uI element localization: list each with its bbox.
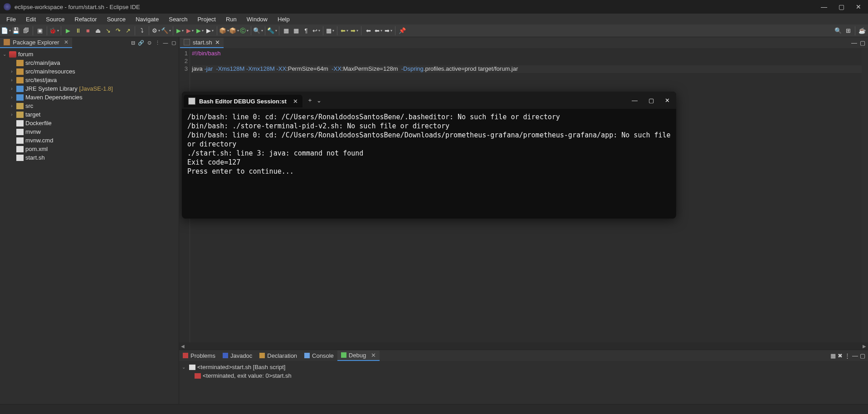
- back-icon[interactable]: ⬅: [374, 27, 382, 35]
- last-edit-location-icon[interactable]: ⬅: [364, 27, 372, 35]
- resume-icon[interactable]: ▶: [64, 27, 72, 35]
- tab-console[interactable]: Console: [301, 351, 337, 360]
- new-java-package-icon[interactable]: 📦: [230, 27, 238, 35]
- menu-refactor[interactable]: Refactor: [70, 15, 102, 24]
- tree-item[interactable]: src/main/java: [0, 58, 179, 67]
- tree-item[interactable]: ›src/test/java: [0, 76, 179, 84]
- remove-terminated-icon[interactable]: ▦: [830, 352, 836, 359]
- build-icon[interactable]: 🔨: [162, 27, 170, 35]
- toggle-mark-occurrences-icon[interactable]: ▦: [282, 27, 290, 35]
- code-editor[interactable]: 123 #!/bin/bash java -jar -Xms128M -Xmx1…: [179, 48, 868, 342]
- close-debug-tab-icon[interactable]: ✕: [371, 352, 376, 359]
- close-tab-icon[interactable]: ✕: [215, 39, 220, 46]
- menu-source2[interactable]: Source: [102, 15, 130, 24]
- stop-icon[interactable]: ■: [84, 27, 92, 35]
- project-tree[interactable]: ⌄ forum src/main/java›src/main/resources…: [0, 48, 179, 404]
- terminal-maximize-icon[interactable]: ▢: [649, 97, 654, 104]
- drop-to-frame-icon[interactable]: ⤵: [138, 27, 146, 35]
- run-last-icon[interactable]: ▶: [186, 27, 194, 35]
- maximize-button[interactable]: ▢: [838, 4, 844, 10]
- use-step-filters-icon[interactable]: ⚙: [152, 27, 160, 35]
- tree-item[interactable]: mvnw.cmd: [0, 136, 179, 145]
- horizontal-scrollbar[interactable]: ◀▶: [179, 342, 868, 350]
- editor-minimize-icon[interactable]: —: [851, 39, 857, 46]
- terminal-output[interactable]: /bin/bash: line 0: cd: /C/Users/Ronaldod…: [182, 109, 676, 219]
- tree-project[interactable]: ⌄ forum: [0, 50, 179, 58]
- annotation-next-icon[interactable]: ▦: [326, 27, 334, 35]
- link-with-editor-icon[interactable]: 🔗: [138, 39, 144, 46]
- menu-help[interactable]: Help: [273, 15, 294, 24]
- tree-item[interactable]: pom.xml: [0, 145, 179, 153]
- close-view-icon[interactable]: ✕: [64, 39, 68, 45]
- collapse-all-icon[interactable]: ⊟: [130, 39, 136, 46]
- tab-debug[interactable]: Debug✕: [337, 351, 380, 361]
- tab-declaration[interactable]: Declaration: [256, 351, 301, 360]
- menu-run[interactable]: Run: [221, 15, 241, 24]
- bp-maximize-icon[interactable]: ▢: [860, 352, 865, 359]
- debug-process-row[interactable]: <terminated, exit value: 0>start.sh: [182, 371, 865, 380]
- menu-search[interactable]: Search: [164, 15, 192, 24]
- debug-icon[interactable]: 🐞: [50, 27, 58, 35]
- bp-view-menu-icon[interactable]: ⋮: [844, 352, 850, 359]
- menu-file[interactable]: File: [2, 15, 20, 24]
- focus-active-task-icon[interactable]: ⊙: [146, 39, 152, 46]
- tab-javadoc[interactable]: Javadoc: [219, 351, 256, 360]
- terminal-close-tab-icon[interactable]: ✕: [293, 98, 298, 105]
- terminal-minimize-icon[interactable]: —: [632, 97, 638, 104]
- run-external-icon[interactable]: ▶: [206, 27, 214, 35]
- save-all-icon[interactable]: 🗐: [22, 27, 30, 35]
- tab-problems[interactable]: Problems: [179, 351, 219, 360]
- debug-launch-row[interactable]: ⌄ <terminated>start.sh [Bash script]: [182, 363, 865, 371]
- run-icon[interactable]: ▶: [176, 27, 184, 35]
- tree-item[interactable]: mvnw: [0, 127, 179, 136]
- step-over-icon[interactable]: ↷: [114, 27, 122, 35]
- terminal-icon[interactable]: ▣: [36, 27, 44, 35]
- menu-edit[interactable]: Edit: [21, 15, 40, 24]
- toggle-block-selection-icon[interactable]: ▦: [292, 27, 300, 35]
- remove-all-terminated-icon[interactable]: ✖: [838, 352, 843, 359]
- editor-tab-start-sh[interactable]: start.sh ✕: [180, 38, 224, 48]
- pause-icon[interactable]: ⏸: [74, 27, 82, 35]
- tree-item[interactable]: ›src: [0, 102, 179, 110]
- pin-editor-icon[interactable]: 📌: [398, 27, 406, 35]
- menu-project[interactable]: Project: [193, 15, 220, 24]
- menu-source[interactable]: Source: [41, 15, 69, 24]
- open-perspective-icon[interactable]: ⊞: [844, 27, 852, 35]
- minimize-view-icon[interactable]: —: [162, 39, 169, 46]
- bp-minimize-icon[interactable]: —: [852, 352, 858, 359]
- menu-navigate[interactable]: Navigate: [131, 15, 163, 24]
- search-icon[interactable]: 🔦: [268, 27, 276, 35]
- package-explorer-tab[interactable]: Package Explorer ✕: [0, 38, 72, 48]
- tree-item[interactable]: Dockerfile: [0, 119, 179, 127]
- tree-item[interactable]: ›JRE System Library [JavaSE-1.8]: [0, 84, 179, 93]
- forward-icon[interactable]: ➡: [384, 27, 392, 35]
- quick-access-icon[interactable]: 🔍: [834, 27, 842, 35]
- toggle-word-wrap-icon[interactable]: ↩: [312, 27, 320, 35]
- tree-item[interactable]: ›Maven Dependencies: [0, 93, 179, 102]
- editor-maximize-icon[interactable]: ▢: [860, 39, 865, 46]
- prev-annotation-icon[interactable]: ⬅: [340, 27, 348, 35]
- new-icon[interactable]: 📄: [2, 27, 10, 35]
- terminal-dropdown-icon[interactable]: ⌄: [317, 97, 322, 104]
- maximize-view-icon[interactable]: ▢: [171, 39, 177, 46]
- terminal-close-icon[interactable]: ✕: [665, 97, 670, 104]
- tree-item[interactable]: start.sh: [0, 153, 179, 162]
- step-return-icon[interactable]: ↗: [124, 27, 132, 35]
- open-type-icon[interactable]: 🔍: [254, 27, 262, 35]
- step-into-icon[interactable]: ↘: [104, 27, 112, 35]
- terminal-tab[interactable]: Bash Editor DEBUG Session:st ✕: [184, 95, 302, 107]
- view-menu-icon[interactable]: ⋮: [154, 39, 161, 46]
- close-button[interactable]: ✕: [855, 4, 862, 10]
- minimize-button[interactable]: —: [821, 4, 827, 10]
- disconnect-icon[interactable]: ⏏: [94, 27, 102, 35]
- terminal-new-tab-icon[interactable]: ＋: [307, 96, 313, 104]
- coverage-icon[interactable]: ▶: [196, 27, 204, 35]
- new-java-class-icon[interactable]: Ⓒ: [240, 27, 248, 35]
- show-whitespace-icon[interactable]: ¶: [302, 27, 310, 35]
- menu-window[interactable]: Window: [242, 15, 272, 24]
- new-java-project-icon[interactable]: 📦: [220, 27, 228, 35]
- tree-item[interactable]: ›target: [0, 110, 179, 119]
- debug-tree[interactable]: ⌄ <terminated>start.sh [Bash script] <te…: [179, 361, 868, 382]
- next-annotation-icon[interactable]: ➡: [350, 27, 358, 35]
- tree-item[interactable]: ›src/main/resources: [0, 67, 179, 76]
